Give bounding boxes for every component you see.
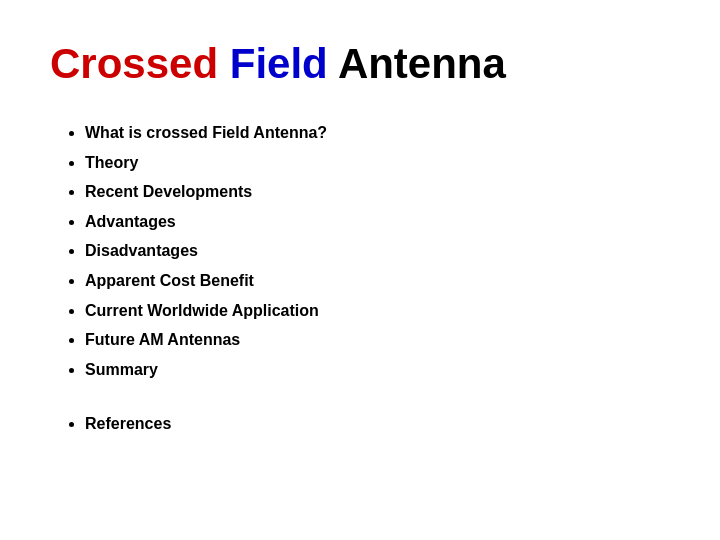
bullet-item: Future AM Antennas (85, 325, 670, 355)
slide: Crossed Field Antenna What is crossed Fi… (0, 0, 720, 540)
title-antenna: Antenna (338, 40, 506, 87)
title-field: Field (230, 40, 328, 87)
references-section: References (50, 409, 670, 439)
slide-title: Crossed Field Antenna (50, 40, 670, 88)
references-item: References (85, 409, 670, 439)
bullet-item: Theory (85, 148, 670, 178)
title-crossed: Crossed (50, 40, 218, 87)
references-list: References (50, 409, 670, 439)
bullet-item: Apparent Cost Benefit (85, 266, 670, 296)
bullet-item: Summary (85, 355, 670, 385)
bullet-item: Current Worldwide Application (85, 296, 670, 326)
bullet-item: What is crossed Field Antenna? (85, 118, 670, 148)
references-label: References (85, 415, 171, 432)
bullet-section: What is crossed Field Antenna?TheoryRece… (50, 118, 670, 384)
bullet-item: Disadvantages (85, 236, 670, 266)
bullet-item: Recent Developments (85, 177, 670, 207)
bullet-list: What is crossed Field Antenna?TheoryRece… (50, 118, 670, 384)
bullet-item: Advantages (85, 207, 670, 237)
